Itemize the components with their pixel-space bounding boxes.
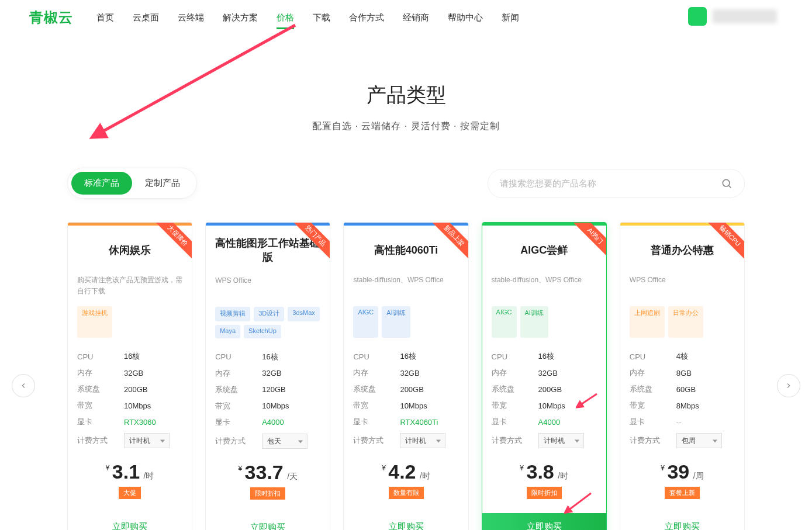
search-icon — [721, 178, 732, 189]
page-title: 产品类型 — [0, 82, 812, 109]
product-title: 休闲娱乐 — [77, 236, 182, 264]
product-tag: AI训练 — [382, 306, 410, 338]
nav-item-5[interactable]: 下载 — [313, 2, 330, 34]
product-tag: 3dsMax — [288, 307, 320, 322]
nav-item-8[interactable]: 帮助中心 — [448, 2, 483, 34]
carousel-next-button[interactable] — [777, 374, 800, 397]
spec-label-disk: 系统盘 — [492, 384, 527, 394]
product-card-0: 大促降价 休闲娱乐 购买请注意该产品无预置游戏，需自行下载 游戏挂机 CPU16… — [67, 222, 192, 530]
spec-label-billing: 计费方式 — [630, 435, 665, 446]
product-tag: 游戏挂机 — [77, 306, 112, 338]
buy-button[interactable]: 立即购买 — [482, 513, 606, 530]
price-unit: /周 — [693, 471, 704, 480]
user-name-blurred — [713, 9, 777, 23]
spec-label-disk: 系统盘 — [630, 384, 665, 394]
spec-label-cpu: CPU — [492, 352, 527, 361]
spec-label-mem: 内存 — [353, 368, 388, 378]
price-unit: /时 — [420, 471, 430, 480]
search-input[interactable] — [500, 178, 721, 188]
product-tag-row: 视频剪辑3D设计3dsMaxMayaSketchUp — [215, 307, 320, 338]
header: 青椒云 首页云桌面云终端解决方案价格下载合作方式经销商帮助中心新闻 — [0, 0, 812, 35]
tab-standard[interactable]: 标准产品 — [71, 172, 132, 195]
buy-button[interactable]: 立即购买 — [206, 514, 330, 530]
price-number: 3.8 — [526, 460, 554, 483]
spec-table: CPU16核 内存32GB 系统盘200GB 带宽10Mbps 显卡RTX306… — [77, 348, 182, 451]
product-tag-row: AIGCAI训练 — [492, 306, 597, 338]
spec-label-bw: 带宽 — [215, 401, 250, 411]
page-title-section: 产品类型 配置自选 · 云端储存 · 灵活付费 · 按需定制 — [0, 82, 812, 133]
carousel-prev-button[interactable] — [12, 374, 35, 397]
price-number: 3.1 — [112, 460, 140, 483]
spec-label-gpu: 显卡 — [492, 417, 527, 427]
product-desc: WPS Office — [215, 275, 320, 297]
spec-value-cpu: 16核 — [262, 352, 320, 362]
spec-value-disk: 200GB — [124, 385, 182, 394]
spec-table: CPU16核 内存32GB 系统盘200GB 带宽10Mbps 显卡A4000 … — [492, 348, 597, 451]
product-tag-row: AIGCAI训练 — [353, 306, 458, 338]
spec-label-gpu: 显卡 — [215, 417, 250, 428]
billing-select[interactable]: 计时机 — [538, 433, 584, 448]
price-number: 33.7 — [245, 461, 284, 483]
spec-value-gpu: RTX3060 — [124, 418, 182, 427]
spec-value-bw: 8Mbps — [676, 401, 735, 410]
product-tag-row: 游戏挂机 — [77, 306, 182, 338]
svg-point-1 — [723, 179, 730, 186]
spec-label-disk: 系统盘 — [77, 384, 112, 394]
search-box[interactable] — [488, 169, 745, 198]
logo[interactable]: 青椒云 — [29, 8, 73, 27]
price-currency: ¥ — [238, 465, 242, 473]
product-desc: stable-diffusion、WPS Office — [353, 275, 458, 297]
spec-label-bw: 带宽 — [492, 400, 527, 411]
main-nav: 首页云桌面云终端解决方案价格下载合作方式经销商帮助中心新闻 — [96, 2, 519, 34]
controls-row: 标准产品 定制产品 — [0, 168, 812, 199]
nav-item-6[interactable]: 合作方式 — [349, 2, 384, 34]
nav-item-4[interactable]: 价格 — [277, 2, 294, 34]
spec-label-gpu: 显卡 — [77, 417, 112, 427]
nav-item-1[interactable]: 云桌面 — [133, 2, 159, 34]
spec-value-mem: 32GB — [262, 369, 320, 377]
product-tag-row: 上网追剧日常办公 — [630, 306, 735, 338]
buy-button[interactable]: 立即购买 — [68, 513, 192, 530]
spec-label-bw: 带宽 — [630, 400, 665, 411]
buy-button[interactable]: 立即购买 — [620, 513, 744, 530]
price-section: ¥ 33.7 /天 限时折扣 — [215, 461, 320, 500]
tab-custom[interactable]: 定制产品 — [132, 172, 193, 195]
spec-value-cpu: 4核 — [676, 351, 735, 362]
spec-value-disk: 200GB — [400, 385, 458, 394]
spec-label-gpu: 显卡 — [630, 417, 665, 427]
product-tab-group: 标准产品 定制产品 — [67, 168, 197, 199]
promo-badge: 限时折扣 — [250, 487, 285, 500]
product-tag: AIGC — [353, 306, 378, 338]
spec-value-cpu: 16核 — [400, 351, 458, 362]
user-area[interactable] — [688, 7, 777, 26]
spec-value-bw: 10Mbps — [124, 401, 182, 410]
chevron-right-icon — [785, 382, 793, 390]
product-desc: stable-diffusion、WPS Office — [492, 275, 597, 297]
spec-label-billing: 计费方式 — [77, 435, 112, 446]
spec-label-billing: 计费方式 — [492, 435, 527, 446]
promo-badge: 数量有限 — [389, 487, 424, 499]
nav-item-7[interactable]: 经销商 — [403, 2, 429, 34]
product-tag: Maya — [215, 325, 240, 338]
nav-item-3[interactable]: 解决方案 — [223, 2, 258, 34]
product-desc: WPS Office — [630, 275, 735, 297]
chevron-left-icon — [19, 382, 27, 390]
nav-item-9[interactable]: 新闻 — [502, 2, 519, 34]
buy-button[interactable]: 立即购买 — [344, 513, 468, 530]
price-section: ¥ 3.1 /时 大促 — [77, 460, 182, 499]
spec-value-cpu: 16核 — [124, 351, 182, 362]
promo-badge: 套餐上新 — [665, 487, 700, 499]
billing-select[interactable]: 包天 — [262, 434, 307, 449]
billing-select[interactable]: 包周 — [676, 433, 722, 448]
price-number: 4.2 — [388, 460, 416, 483]
avatar[interactable] — [688, 7, 707, 26]
nav-item-2[interactable]: 云终端 — [178, 2, 204, 34]
price-currency: ¥ — [520, 464, 524, 472]
product-title: 高性能4060Ti — [353, 236, 458, 264]
billing-select[interactable]: 计时机 — [124, 433, 170, 448]
nav-item-0[interactable]: 首页 — [96, 2, 114, 34]
spec-value-mem: 32GB — [538, 369, 597, 377]
billing-select[interactable]: 计时机 — [400, 433, 445, 448]
price-unit: /时 — [558, 471, 568, 480]
spec-value-mem: 32GB — [400, 369, 458, 377]
